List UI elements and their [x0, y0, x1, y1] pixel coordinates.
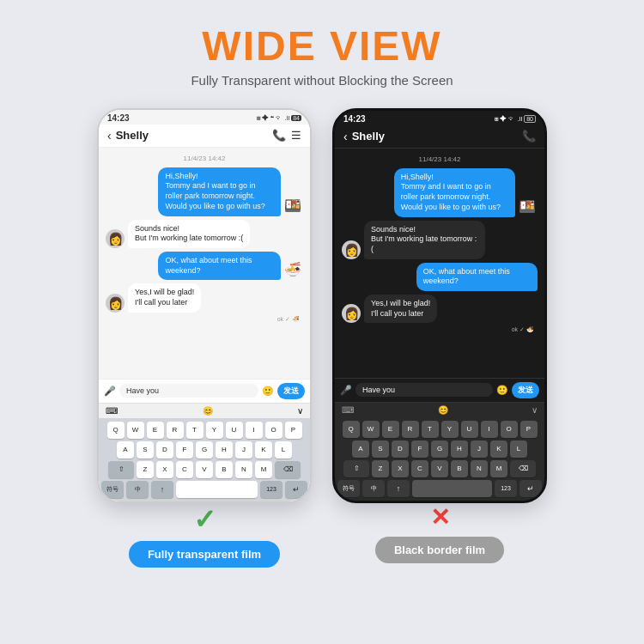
key-k-r[interactable]: K	[490, 440, 507, 458]
contact-name-left: Shelly	[116, 129, 149, 142]
key-t-r[interactable]: T	[422, 421, 439, 438]
message-sent-1-right: Hi,Shelly!Tommy and I want to go in roll…	[342, 168, 538, 217]
key-z-r[interactable]: Z	[372, 460, 389, 477]
key-c-r[interactable]: C	[411, 460, 428, 477]
input-field-left[interactable]: Have you	[119, 384, 258, 398]
key-j[interactable]: J	[235, 441, 252, 459]
key-o[interactable]: O	[265, 422, 283, 439]
key-h[interactable]: H	[216, 441, 233, 459]
date-label-left: 11/4/23 14:42	[106, 155, 303, 162]
key-s-r[interactable]: S	[372, 440, 389, 458]
key-r-r[interactable]: R	[402, 421, 419, 438]
bubble-sent-2-right: OK, what about meet this weekend?	[416, 263, 538, 291]
mic-icon-left[interactable]: 🎤	[104, 386, 116, 397]
key-i[interactable]: I	[246, 422, 263, 439]
phone-left: 14:23 ⊞ ✦ ☁ ᯤ .ll 84 ‹ Shelly 📞 ☰	[97, 108, 312, 503]
back-arrow-right[interactable]: ‹	[343, 130, 348, 143]
key-o-r[interactable]: O	[501, 421, 518, 438]
key-k[interactable]: K	[255, 441, 272, 459]
key-123-r[interactable]: 123	[495, 480, 517, 497]
phone-right-column: 14:23 ⊞ ✦ ᯤ .ll 80 ‹ Shelly 📞 11/4/23 14…	[332, 108, 547, 563]
input-field-right[interactable]: Have you	[355, 383, 493, 397]
send-button-left[interactable]: 发送	[277, 383, 305, 399]
key-r[interactable]: R	[167, 422, 184, 439]
status-icons-right: ⊞ ✦ ᯤ .ll 80	[495, 115, 536, 123]
kb-extra-icon-1[interactable]: ⌨	[106, 406, 118, 416]
key-symbol[interactable]: 符号	[101, 481, 124, 498]
key-n-r[interactable]: N	[471, 460, 488, 477]
key-g[interactable]: G	[196, 441, 213, 459]
key-return-r[interactable]: ↵	[519, 480, 542, 497]
key-m[interactable]: M	[255, 461, 272, 478]
avatar-recv-2-right: 👩	[342, 304, 361, 323]
key-mic-kb[interactable]: ↑	[151, 481, 173, 498]
message-recv-1-right: 👩 Sounds nice!But I'm working late tomor…	[342, 221, 538, 259]
key-x-r[interactable]: X	[392, 460, 409, 477]
key-y[interactable]: Y	[206, 422, 223, 439]
bubble-recv-1-right: Sounds nice!But I'm working late tomorro…	[364, 221, 485, 259]
menu-icon-left[interactable]: ☰	[291, 129, 301, 142]
key-backspace[interactable]: ⌫	[275, 461, 301, 478]
key-v[interactable]: V	[196, 461, 213, 478]
call-icon-left[interactable]: 📞	[272, 129, 286, 142]
key-h-r[interactable]: H	[451, 440, 468, 458]
key-u-r[interactable]: U	[461, 421, 478, 438]
key-u[interactable]: U	[226, 422, 243, 439]
ok-label-left: ok ✓ 🍜	[106, 316, 303, 323]
key-symbol-r[interactable]: 符号	[337, 480, 360, 497]
key-g-r[interactable]: G	[431, 440, 448, 458]
kb-extra-icon-2[interactable]: 😊	[203, 406, 213, 416]
key-123[interactable]: 123	[260, 481, 283, 498]
key-b-r[interactable]: B	[451, 460, 468, 477]
key-shift-r[interactable]: ⇧	[343, 460, 369, 477]
key-y-r[interactable]: Y	[441, 421, 459, 438]
key-j-r[interactable]: J	[471, 440, 488, 458]
key-e-r[interactable]: E	[382, 421, 399, 438]
key-d-r[interactable]: D	[392, 440, 409, 458]
key-q[interactable]: Q	[107, 422, 125, 439]
key-shift[interactable]: ⇧	[108, 461, 134, 478]
key-p[interactable]: P	[285, 422, 302, 439]
key-space[interactable]	[176, 481, 258, 498]
key-mic-kb-r[interactable]: ↑	[387, 480, 410, 497]
key-f-r[interactable]: F	[411, 440, 428, 458]
key-x[interactable]: X	[156, 461, 173, 478]
back-arrow-left[interactable]: ‹	[107, 129, 112, 143]
kb-extra-icon-3[interactable]: ∨	[297, 406, 303, 416]
key-l-r[interactable]: L	[510, 440, 527, 458]
key-l[interactable]: L	[275, 441, 292, 459]
key-m-r[interactable]: M	[490, 460, 507, 477]
key-chinese[interactable]: 中	[126, 481, 149, 498]
key-backspace-r[interactable]: ⌫	[510, 460, 536, 477]
key-w[interactable]: W	[127, 422, 144, 439]
emoji-icon-right[interactable]: 🙂	[496, 385, 508, 396]
key-e[interactable]: E	[147, 422, 164, 439]
key-i-r[interactable]: I	[481, 421, 498, 438]
emoji-icon-left[interactable]: 🙂	[262, 386, 274, 397]
message-sent-2-right: OK, what about meet this weekend?	[342, 263, 538, 291]
key-c[interactable]: C	[176, 461, 193, 478]
key-p-r[interactable]: P	[520, 421, 538, 438]
send-button-right[interactable]: 发送	[512, 382, 539, 398]
key-a[interactable]: A	[117, 441, 134, 459]
mic-icon-right[interactable]: 🎤	[340, 385, 352, 396]
kb-extra-icon-right-2[interactable]: 😊	[438, 405, 448, 415]
kb-extra-icon-right-1[interactable]: ⌨	[342, 405, 354, 415]
key-return[interactable]: ↵	[285, 481, 307, 498]
kb-extra-icon-right-3[interactable]: ∨	[532, 405, 538, 415]
phone-left-screen: 14:23 ⊞ ✦ ☁ ᯤ .ll 84 ‹ Shelly 📞 ☰	[99, 110, 310, 501]
key-space-r[interactable]	[412, 480, 492, 497]
key-w-r[interactable]: W	[362, 421, 380, 438]
key-q-r[interactable]: Q	[343, 421, 360, 438]
key-chinese-r[interactable]: 中	[362, 480, 385, 497]
key-n[interactable]: N	[235, 461, 252, 478]
key-b[interactable]: B	[216, 461, 233, 478]
key-v-r[interactable]: V	[431, 460, 448, 477]
call-icon-right[interactable]: 📞	[522, 130, 536, 143]
key-t[interactable]: T	[186, 422, 204, 439]
key-z[interactable]: Z	[137, 461, 154, 478]
key-a-r[interactable]: A	[352, 440, 369, 458]
key-f[interactable]: F	[176, 441, 193, 459]
key-s[interactable]: S	[137, 441, 154, 459]
key-d[interactable]: D	[156, 441, 173, 459]
